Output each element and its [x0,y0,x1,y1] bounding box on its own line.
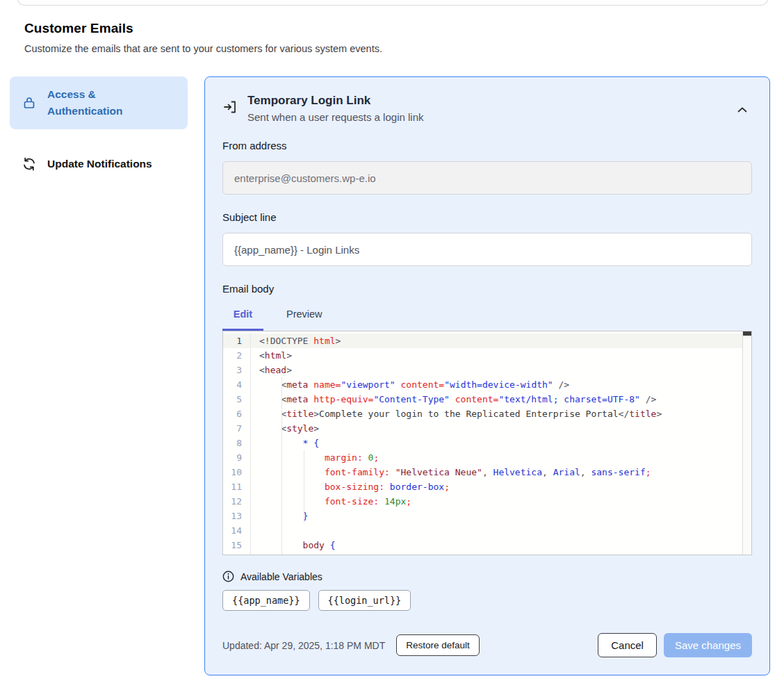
line-number: 11 [223,479,251,494]
from-address-label: From address [222,140,752,151]
line-number: 10 [223,465,251,479]
tab-preview[interactable]: Preview [280,306,329,331]
cancel-button[interactable]: Cancel [598,633,657,657]
code-text: <meta http-equiv="Content-Type" content=… [251,392,656,407]
updated-timestamp: Updated: Apr 29, 2025, 1:18 PM MDT [222,640,385,651]
code-line[interactable]: 14 [223,523,751,538]
code-line[interactable]: 13 } [223,509,751,523]
line-number: 8 [223,436,251,450]
code-line[interactable]: 8 * { [223,436,751,450]
code-line[interactable]: 12 font-size: 14px; [223,494,751,509]
email-body-code-editor[interactable]: 1<!DOCTYPE html>2<html>3<head>4 <meta na… [222,331,752,555]
code-line[interactable]: 5 <meta http-equiv="Content-Type" conten… [223,392,751,407]
email-body-tabs: Edit Preview [222,306,752,331]
line-number: 3 [223,363,251,377]
line-number: 15 [223,538,251,552]
subject-line-label: Subject line [222,211,752,223]
code-text: box-sizing: border-box; [251,479,450,494]
available-variables-label: Available Variables [240,571,322,582]
content-layout: Access & Authentication Update Notificat… [10,76,770,675]
line-number: 12 [223,494,251,509]
code-text: font-size: 14px; [251,494,411,509]
page-header: Customer Emails Customize the emails tha… [24,21,761,54]
panel-title: Temporary Login Link [247,94,733,108]
variable-chips: {{app_name}}{{login_url}} [222,590,752,611]
previous-card-bottom-edge [17,0,768,6]
line-number: 1 [223,334,251,348]
sidebar-item-update-notifications[interactable]: Update Notifications [10,146,188,182]
line-number: 2 [223,348,251,363]
code-text: background-color: #f6f6f6; [251,552,466,555]
sidebar-item-label: Access & Authentication [47,86,138,120]
code-line[interactable]: 16 background-color: #f6f6f6; [223,552,751,555]
line-number: 4 [223,377,251,392]
editor-vertical-scrollbar[interactable] [742,331,751,555]
restore-default-button[interactable]: Restore default [396,634,480,656]
code-line[interactable]: 1<!DOCTYPE html> [223,334,751,348]
lock-icon [21,95,38,111]
line-number: 13 [223,509,251,523]
line-number: 16 [223,552,251,555]
sidebar-item-access-authentication[interactable]: Access & Authentication [10,76,188,129]
code-text: <style> [251,421,319,436]
temporary-login-link-panel: Temporary Login Link Sent when a user re… [204,76,770,675]
code-text: <html> [251,348,292,363]
line-number: 7 [223,421,251,436]
code-line[interactable]: 7 <style> [223,421,751,436]
code-text: * { [251,436,319,450]
indent-guide [304,450,304,523]
code-line[interactable]: 15 body { [223,538,751,552]
code-text: <head> [251,363,292,377]
variable-chip[interactable]: {{app_name}} [222,590,310,611]
panel-subtitle: Sent when a user requests a login link [247,111,733,123]
login-icon [222,99,238,115]
save-changes-button[interactable]: Save changes [664,633,752,657]
code-line[interactable]: 11 box-sizing: border-box; [223,479,751,494]
collapse-panel-button[interactable] [733,99,752,119]
variable-chip[interactable]: {{login_url}} [318,590,411,611]
info-icon [222,571,234,582]
line-number: 6 [223,407,251,421]
chevron-up-icon [737,104,747,115]
code-line[interactable]: 2<html> [223,348,751,363]
panel-header: Temporary Login Link Sent when a user re… [222,94,752,123]
from-address-input[interactable] [222,161,752,195]
code-lines: 1<!DOCTYPE html>2<html>3<head>4 <meta na… [223,334,751,555]
editor-scrollbar-thumb[interactable] [743,331,751,336]
panel-footer: Updated: Apr 29, 2025, 1:18 PM MDT Resto… [222,633,752,657]
sidebar-item-label: Update Notifications [47,156,152,172]
subject-line-input[interactable] [222,233,752,266]
indent-guide [281,377,282,555]
line-number: 14 [223,523,251,538]
email-body-label: Email body [222,283,752,295]
code-text: <title>Complete your login to the Replic… [251,407,662,421]
line-number: 9 [223,450,251,465]
code-text: body { [251,538,336,552]
code-line[interactable]: 3<head> [223,363,751,377]
tab-edit[interactable]: Edit [222,306,263,331]
panel-header-text: Temporary Login Link Sent when a user re… [247,94,733,123]
code-text: <!DOCTYPE html> [251,334,341,348]
code-line[interactable]: 4 <meta name="viewport" content="width=d… [223,377,751,392]
code-text [251,523,259,538]
code-text: } [251,509,308,523]
code-line[interactable]: 6 <title>Complete your login to the Repl… [223,407,751,421]
sync-icon [21,156,38,172]
code-text: font-family: "Helvetica Neue", Helvetica… [251,465,651,479]
email-types-sidebar: Access & Authentication Update Notificat… [10,76,188,182]
page-title: Customer Emails [24,21,761,36]
code-text: margin: 0; [251,450,379,465]
code-line[interactable]: 10 font-family: "Helvetica Neue", Helvet… [223,465,751,479]
line-number: 5 [223,392,251,407]
code-text: <meta name="viewport" content="width=dev… [251,377,569,392]
code-line[interactable]: 9 margin: 0; [223,450,751,465]
available-variables-header: Available Variables [222,571,752,582]
page-subtitle: Customize the emails that are sent to yo… [24,43,761,54]
